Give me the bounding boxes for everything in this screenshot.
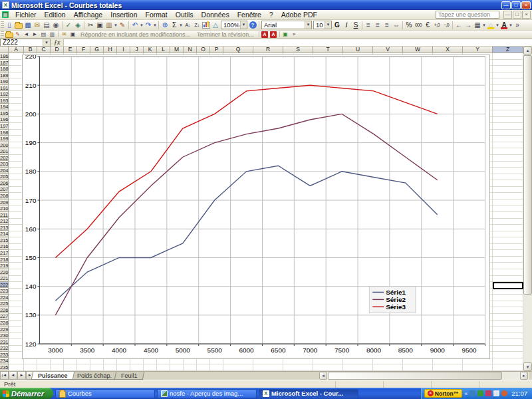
copy-icon[interactable]: ▣ xyxy=(95,21,104,30)
column-header-F[interactable]: F xyxy=(77,47,90,53)
row-header-205[interactable]: 205 xyxy=(0,174,9,180)
menu-insertion[interactable]: Insertion xyxy=(106,10,141,19)
show-comments-icon[interactable]: ▤ xyxy=(39,31,48,38)
column-header-J[interactable]: J xyxy=(130,47,144,53)
tray-antivirus-icon[interactable] xyxy=(477,390,483,396)
select-all-corner[interactable] xyxy=(0,47,9,53)
drawing-icon[interactable]: △ xyxy=(211,21,220,30)
active-cell-Z222[interactable] xyxy=(493,282,523,289)
undo-icon[interactable]: ↶ xyxy=(130,21,140,30)
row-header-209[interactable]: 209 xyxy=(0,200,9,206)
scroll-down-icon[interactable]: ▼ xyxy=(523,362,532,371)
print-icon[interactable]: ▤ xyxy=(42,21,51,30)
tray-messenger-icon[interactable] xyxy=(493,390,499,396)
row-header-214[interactable]: 214 xyxy=(0,231,9,237)
row-header-223[interactable]: 223 xyxy=(0,288,9,295)
row-header-204[interactable]: 204 xyxy=(0,168,9,174)
insert-hyperlink-icon[interactable]: ⊕ xyxy=(160,21,170,30)
column-header-V[interactable]: V xyxy=(373,47,403,53)
column-header-W[interactable]: W xyxy=(403,47,433,53)
font-color-icon[interactable]: A xyxy=(499,21,509,30)
row-header-197[interactable]: 197 xyxy=(0,123,9,130)
row-header-224[interactable]: 224 xyxy=(0,295,9,301)
menu-?[interactable]: ? xyxy=(265,10,277,19)
row-header-190[interactable]: 190 xyxy=(0,78,9,85)
menu-données[interactable]: Données xyxy=(198,10,233,19)
reply-with-changes-button[interactable]: Répondre en incluant des modifications..… xyxy=(77,31,194,38)
zoom-combo[interactable]: 100%▼ xyxy=(221,21,247,29)
row-header-217[interactable]: 217 xyxy=(0,250,9,257)
row-header-187[interactable]: 187 xyxy=(0,60,9,66)
question-box[interactable]: Tapez une question xyxy=(436,11,499,19)
row-header-221[interactable]: 221 xyxy=(0,275,9,282)
start-button[interactable]: Démarrer xyxy=(0,388,53,399)
horizontal-scroll-thumb[interactable] xyxy=(328,372,502,380)
row-header-227[interactable]: 227 xyxy=(0,313,9,320)
row-header-201[interactable]: 201 xyxy=(0,148,9,155)
tray-chevron-icon[interactable]: « xyxy=(464,390,467,397)
chart-object[interactable]: 1201301401501601701801902002102203000350… xyxy=(22,55,490,359)
toolbar-options-icon[interactable]: » xyxy=(513,21,522,30)
send-to-reviewer-icon[interactable]: ✉ xyxy=(60,31,68,38)
row-header-228[interactable]: 228 xyxy=(0,320,9,327)
scroll-right-icon[interactable]: ► xyxy=(520,372,528,380)
scroll-left-icon[interactable]: ◄ xyxy=(319,372,327,380)
column-header-R[interactable]: R xyxy=(253,47,283,53)
zoom-dropdown-icon[interactable]: ▼ xyxy=(240,21,247,29)
row-header-186[interactable]: 186 xyxy=(0,53,9,60)
row-header-216[interactable]: 216 xyxy=(0,243,9,250)
menu-affichage[interactable]: Affichage xyxy=(70,10,107,19)
row-header-226[interactable]: 226 xyxy=(0,307,9,314)
fx-icon[interactable]: ƒx xyxy=(51,39,63,46)
row-header-206[interactable]: 206 xyxy=(0,180,9,187)
menu-edition[interactable]: Edition xyxy=(41,10,70,19)
row-header-198[interactable]: 198 xyxy=(0,130,9,136)
open-icon[interactable] xyxy=(14,21,23,30)
align-left-icon[interactable]: ≡ xyxy=(364,21,373,30)
tray-volume-icon[interactable] xyxy=(485,390,491,396)
column-header-B[interactable]: B xyxy=(24,47,37,53)
end-review-button[interactable]: Terminer la révision... xyxy=(194,31,257,38)
autosum-icon[interactable]: Σ xyxy=(170,21,179,30)
column-header-M[interactable]: M xyxy=(170,47,184,53)
column-header-E[interactable]: E xyxy=(64,47,77,53)
sheet-tab-feuil1[interactable]: Feuil1 xyxy=(114,372,144,380)
row-header-232[interactable]: 232 xyxy=(0,345,9,352)
merge-center-icon[interactable]: ⇔ xyxy=(392,21,401,30)
sort-descending-icon[interactable]: Z↓ xyxy=(192,21,201,30)
column-header-A[interactable]: A xyxy=(9,47,24,53)
row-header-211[interactable]: 211 xyxy=(0,212,9,219)
column-header-K[interactable]: K xyxy=(144,47,157,53)
row-header-225[interactable]: 225 xyxy=(0,301,9,307)
taskbar-button-image[interactable]: nosfe - Aperçu des imag... xyxy=(157,389,257,398)
new-icon[interactable]: ▯ xyxy=(5,21,14,30)
open-review-file-icon[interactable] xyxy=(5,31,13,38)
name-box-dropdown-icon[interactable]: ▼ xyxy=(43,39,50,46)
plugin-icon[interactable]: ▣ xyxy=(281,31,290,38)
convert-to-pdf-icon[interactable]: A xyxy=(261,31,269,38)
align-right-icon[interactable]: ≡ xyxy=(382,21,392,30)
font-size-dropdown-icon[interactable]: ▼ xyxy=(325,21,331,29)
toolbar-drag-handle[interactable] xyxy=(1,31,4,37)
euro-style-icon[interactable]: € xyxy=(423,21,432,30)
menu-fenêtre[interactable]: Fenêtre xyxy=(233,10,265,19)
row-header-196[interactable]: 196 xyxy=(0,116,9,123)
row-header-210[interactable]: 210 xyxy=(0,205,9,212)
toolbar-drag-handle[interactable] xyxy=(1,21,4,29)
column-header-L[interactable]: L xyxy=(157,47,170,53)
row-header-192[interactable]: 192 xyxy=(0,91,9,98)
row-header-219[interactable]: 219 xyxy=(0,263,9,269)
decrease-indent-icon[interactable]: ← xyxy=(454,21,464,30)
menu-adobe-pdf[interactable]: Adobe PDF xyxy=(277,10,321,19)
underline-icon[interactable]: S xyxy=(351,21,360,30)
menu-format[interactable]: Format xyxy=(142,10,172,19)
increase-decimal-icon[interactable]: +,0 xyxy=(432,21,442,30)
column-header-G[interactable]: G xyxy=(90,47,104,53)
row-header-207[interactable]: 207 xyxy=(0,186,9,193)
align-center-icon[interactable]: ≡ xyxy=(373,21,382,30)
row-header-212[interactable]: 212 xyxy=(0,218,9,225)
previous-comment-icon[interactable]: ◄ xyxy=(22,31,31,38)
save-icon[interactable]: ▩ xyxy=(23,21,33,30)
row-header-229[interactable]: 229 xyxy=(0,327,9,333)
print-preview-icon[interactable]: ◉ xyxy=(51,21,61,30)
